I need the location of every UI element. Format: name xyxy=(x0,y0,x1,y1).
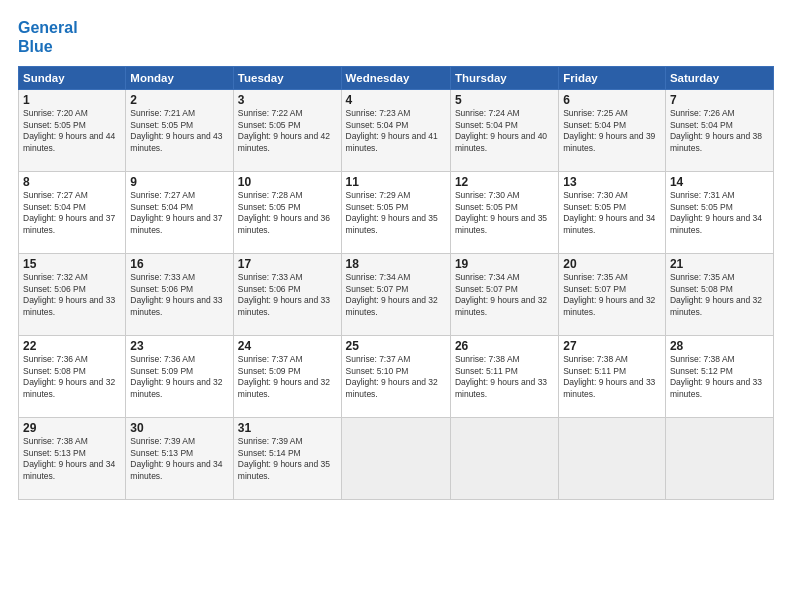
cell-day-number: 5 xyxy=(455,93,554,107)
calendar-cell: 12Sunrise: 7:30 AM Sunset: 5:05 PM Dayli… xyxy=(450,172,558,254)
header: General Blue GeneralBlue xyxy=(18,18,774,56)
col-header-monday: Monday xyxy=(126,67,234,90)
calendar-cell: 5Sunrise: 7:24 AM Sunset: 5:04 PM Daylig… xyxy=(450,90,558,172)
logo-text: GeneralBlue xyxy=(18,18,78,56)
col-header-saturday: Saturday xyxy=(665,67,773,90)
cell-info: Sunrise: 7:20 AM Sunset: 5:05 PM Dayligh… xyxy=(23,108,121,154)
cell-info: Sunrise: 7:36 AM Sunset: 5:08 PM Dayligh… xyxy=(23,354,121,400)
cell-info: Sunrise: 7:39 AM Sunset: 5:14 PM Dayligh… xyxy=(238,436,337,482)
cell-info: Sunrise: 7:39 AM Sunset: 5:13 PM Dayligh… xyxy=(130,436,229,482)
calendar-cell: 10Sunrise: 7:28 AM Sunset: 5:05 PM Dayli… xyxy=(233,172,341,254)
calendar-cell: 24Sunrise: 7:37 AM Sunset: 5:09 PM Dayli… xyxy=(233,336,341,418)
calendar-cell: 17Sunrise: 7:33 AM Sunset: 5:06 PM Dayli… xyxy=(233,254,341,336)
calendar-cell: 23Sunrise: 7:36 AM Sunset: 5:09 PM Dayli… xyxy=(126,336,234,418)
week-row-3: 15Sunrise: 7:32 AM Sunset: 5:06 PM Dayli… xyxy=(19,254,774,336)
cell-day-number: 10 xyxy=(238,175,337,189)
cell-info: Sunrise: 7:27 AM Sunset: 5:04 PM Dayligh… xyxy=(23,190,121,236)
cell-day-number: 13 xyxy=(563,175,661,189)
cell-info: Sunrise: 7:32 AM Sunset: 5:06 PM Dayligh… xyxy=(23,272,121,318)
calendar-cell: 9Sunrise: 7:27 AM Sunset: 5:04 PM Daylig… xyxy=(126,172,234,254)
calendar-cell: 30Sunrise: 7:39 AM Sunset: 5:13 PM Dayli… xyxy=(126,418,234,500)
calendar-cell: 6Sunrise: 7:25 AM Sunset: 5:04 PM Daylig… xyxy=(559,90,666,172)
cell-day-number: 24 xyxy=(238,339,337,353)
col-header-wednesday: Wednesday xyxy=(341,67,450,90)
cell-info: Sunrise: 7:35 AM Sunset: 5:08 PM Dayligh… xyxy=(670,272,769,318)
calendar-cell: 20Sunrise: 7:35 AM Sunset: 5:07 PM Dayli… xyxy=(559,254,666,336)
cell-info: Sunrise: 7:38 AM Sunset: 5:12 PM Dayligh… xyxy=(670,354,769,400)
calendar-cell: 7Sunrise: 7:26 AM Sunset: 5:04 PM Daylig… xyxy=(665,90,773,172)
cell-day-number: 25 xyxy=(346,339,446,353)
cell-day-number: 31 xyxy=(238,421,337,435)
col-header-sunday: Sunday xyxy=(19,67,126,90)
cell-day-number: 14 xyxy=(670,175,769,189)
cell-day-number: 29 xyxy=(23,421,121,435)
cell-day-number: 18 xyxy=(346,257,446,271)
week-row-1: 1Sunrise: 7:20 AM Sunset: 5:05 PM Daylig… xyxy=(19,90,774,172)
cell-day-number: 7 xyxy=(670,93,769,107)
cell-day-number: 19 xyxy=(455,257,554,271)
cell-info: Sunrise: 7:30 AM Sunset: 5:05 PM Dayligh… xyxy=(563,190,661,236)
cell-day-number: 21 xyxy=(670,257,769,271)
calendar-cell: 26Sunrise: 7:38 AM Sunset: 5:11 PM Dayli… xyxy=(450,336,558,418)
calendar-cell: 16Sunrise: 7:33 AM Sunset: 5:06 PM Dayli… xyxy=(126,254,234,336)
cell-info: Sunrise: 7:26 AM Sunset: 5:04 PM Dayligh… xyxy=(670,108,769,154)
calendar-cell: 22Sunrise: 7:36 AM Sunset: 5:08 PM Dayli… xyxy=(19,336,126,418)
week-row-5: 29Sunrise: 7:38 AM Sunset: 5:13 PM Dayli… xyxy=(19,418,774,500)
cell-info: Sunrise: 7:24 AM Sunset: 5:04 PM Dayligh… xyxy=(455,108,554,154)
cell-day-number: 28 xyxy=(670,339,769,353)
calendar-cell: 29Sunrise: 7:38 AM Sunset: 5:13 PM Dayli… xyxy=(19,418,126,500)
logo: General Blue GeneralBlue xyxy=(18,18,78,56)
cell-info: Sunrise: 7:23 AM Sunset: 5:04 PM Dayligh… xyxy=(346,108,446,154)
calendar-cell: 21Sunrise: 7:35 AM Sunset: 5:08 PM Dayli… xyxy=(665,254,773,336)
cell-info: Sunrise: 7:37 AM Sunset: 5:09 PM Dayligh… xyxy=(238,354,337,400)
cell-info: Sunrise: 7:36 AM Sunset: 5:09 PM Dayligh… xyxy=(130,354,229,400)
calendar-cell: 1Sunrise: 7:20 AM Sunset: 5:05 PM Daylig… xyxy=(19,90,126,172)
cell-info: Sunrise: 7:38 AM Sunset: 5:11 PM Dayligh… xyxy=(455,354,554,400)
cell-info: Sunrise: 7:37 AM Sunset: 5:10 PM Dayligh… xyxy=(346,354,446,400)
cell-info: Sunrise: 7:21 AM Sunset: 5:05 PM Dayligh… xyxy=(130,108,229,154)
cell-info: Sunrise: 7:33 AM Sunset: 5:06 PM Dayligh… xyxy=(130,272,229,318)
calendar-cell: 19Sunrise: 7:34 AM Sunset: 5:07 PM Dayli… xyxy=(450,254,558,336)
cell-day-number: 2 xyxy=(130,93,229,107)
cell-info: Sunrise: 7:34 AM Sunset: 5:07 PM Dayligh… xyxy=(455,272,554,318)
cell-day-number: 11 xyxy=(346,175,446,189)
cell-day-number: 16 xyxy=(130,257,229,271)
calendar-cell: 2Sunrise: 7:21 AM Sunset: 5:05 PM Daylig… xyxy=(126,90,234,172)
cell-day-number: 8 xyxy=(23,175,121,189)
cell-info: Sunrise: 7:25 AM Sunset: 5:04 PM Dayligh… xyxy=(563,108,661,154)
calendar-cell: 25Sunrise: 7:37 AM Sunset: 5:10 PM Dayli… xyxy=(341,336,450,418)
cell-day-number: 3 xyxy=(238,93,337,107)
week-row-2: 8Sunrise: 7:27 AM Sunset: 5:04 PM Daylig… xyxy=(19,172,774,254)
calendar-cell: 18Sunrise: 7:34 AM Sunset: 5:07 PM Dayli… xyxy=(341,254,450,336)
cell-info: Sunrise: 7:31 AM Sunset: 5:05 PM Dayligh… xyxy=(670,190,769,236)
calendar-cell: 15Sunrise: 7:32 AM Sunset: 5:06 PM Dayli… xyxy=(19,254,126,336)
calendar-cell xyxy=(665,418,773,500)
calendar-cell: 14Sunrise: 7:31 AM Sunset: 5:05 PM Dayli… xyxy=(665,172,773,254)
calendar-cell: 3Sunrise: 7:22 AM Sunset: 5:05 PM Daylig… xyxy=(233,90,341,172)
cell-day-number: 4 xyxy=(346,93,446,107)
cell-info: Sunrise: 7:28 AM Sunset: 5:05 PM Dayligh… xyxy=(238,190,337,236)
cell-info: Sunrise: 7:38 AM Sunset: 5:13 PM Dayligh… xyxy=(23,436,121,482)
calendar-cell: 13Sunrise: 7:30 AM Sunset: 5:05 PM Dayli… xyxy=(559,172,666,254)
col-header-friday: Friday xyxy=(559,67,666,90)
col-header-tuesday: Tuesday xyxy=(233,67,341,90)
calendar-cell: 28Sunrise: 7:38 AM Sunset: 5:12 PM Dayli… xyxy=(665,336,773,418)
cell-day-number: 23 xyxy=(130,339,229,353)
cell-day-number: 20 xyxy=(563,257,661,271)
cell-day-number: 27 xyxy=(563,339,661,353)
cell-info: Sunrise: 7:38 AM Sunset: 5:11 PM Dayligh… xyxy=(563,354,661,400)
cell-day-number: 22 xyxy=(23,339,121,353)
calendar-cell: 11Sunrise: 7:29 AM Sunset: 5:05 PM Dayli… xyxy=(341,172,450,254)
calendar-cell: 31Sunrise: 7:39 AM Sunset: 5:14 PM Dayli… xyxy=(233,418,341,500)
cell-info: Sunrise: 7:22 AM Sunset: 5:05 PM Dayligh… xyxy=(238,108,337,154)
calendar-cell xyxy=(341,418,450,500)
calendar-page: General Blue GeneralBlue SundayMondayTue… xyxy=(0,0,792,612)
cell-day-number: 17 xyxy=(238,257,337,271)
calendar-cell: 27Sunrise: 7:38 AM Sunset: 5:11 PM Dayli… xyxy=(559,336,666,418)
cell-day-number: 30 xyxy=(130,421,229,435)
calendar-cell xyxy=(450,418,558,500)
calendar-cell: 4Sunrise: 7:23 AM Sunset: 5:04 PM Daylig… xyxy=(341,90,450,172)
cell-day-number: 26 xyxy=(455,339,554,353)
cell-info: Sunrise: 7:30 AM Sunset: 5:05 PM Dayligh… xyxy=(455,190,554,236)
cell-day-number: 12 xyxy=(455,175,554,189)
